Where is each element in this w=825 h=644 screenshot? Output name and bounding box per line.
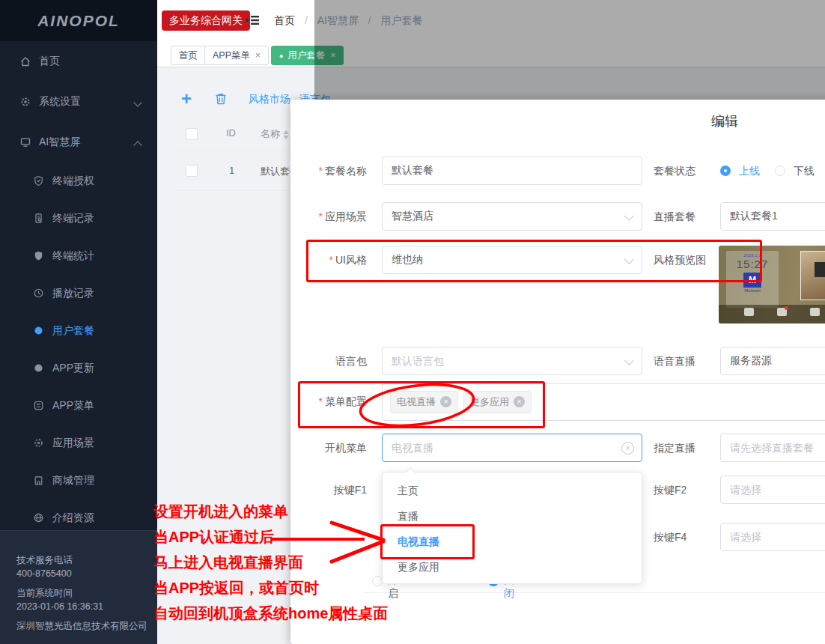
tab-app-menu[interactable]: APP菜单× bbox=[204, 46, 269, 65]
clock-icon bbox=[33, 288, 45, 300]
gear-icon bbox=[19, 96, 31, 108]
menu-config-label: *菜单配置 bbox=[290, 387, 367, 416]
preview-room-photo bbox=[800, 251, 825, 300]
edit-dialog: 编辑 *套餐名称 套餐状态 上线 下线 *应用场景 直播套餐 *UI风格 风格预… bbox=[290, 100, 825, 644]
sidebar-item-label: 播放记录 bbox=[52, 287, 94, 300]
menu-grid-icon bbox=[33, 400, 45, 412]
sidebar-item-terminal-records[interactable]: 终端记录 bbox=[0, 200, 157, 237]
tag-close-icon[interactable]: × bbox=[440, 396, 451, 407]
voice-live-input[interactable] bbox=[720, 347, 825, 375]
preview-app-bar bbox=[719, 305, 825, 323]
tab-home[interactable]: 首页 bbox=[171, 46, 206, 65]
col-name-sorter[interactable]: 名称 bbox=[261, 127, 289, 141]
document-icon bbox=[33, 213, 45, 225]
sidebar-item-ai-screen[interactable]: AI智慧屏 bbox=[0, 122, 157, 162]
sidebar-item-terminal-auth[interactable]: 终端授权 bbox=[0, 162, 157, 200]
clear-icon[interactable]: × bbox=[621, 442, 634, 455]
add-icon[interactable]: + bbox=[181, 90, 192, 108]
sidebar-item-label: 终端统计 bbox=[52, 249, 94, 263]
app-root: AINOPOL 首页 系统设置 AI智慧屏 bbox=[0, 0, 825, 644]
sidebar-item-home[interactable]: 首页 bbox=[0, 41, 157, 82]
active-dot-icon: ● bbox=[279, 52, 283, 60]
support-phone-value: 400-8765400 bbox=[16, 567, 157, 580]
live-package-input[interactable] bbox=[720, 202, 825, 231]
row-checkbox[interactable] bbox=[186, 165, 198, 177]
system-time-label: 当前系统时间 bbox=[16, 586, 157, 600]
sidebar-item-label: AI智慧屏 bbox=[39, 136, 80, 149]
key-f2-select[interactable] bbox=[720, 476, 825, 504]
voice-live-label: 语音直播 bbox=[654, 347, 695, 375]
dialog-title: 编辑 bbox=[290, 112, 825, 130]
style-market-link[interactable]: 风格市场 bbox=[249, 93, 290, 106]
globe-icon bbox=[33, 512, 45, 524]
section-divider bbox=[364, 592, 825, 593]
delete-icon[interactable] bbox=[214, 92, 228, 106]
assigned-live-label: 指定直播 bbox=[654, 434, 695, 462]
gateway-badge: 多业务综合网关 bbox=[162, 10, 250, 31]
key-f1-label: 按键F1 bbox=[290, 476, 367, 504]
boot-menu-dropdown: 主页 直播 电视直播 更多应用 bbox=[382, 472, 642, 584]
sidebar-item-label: APP更新 bbox=[52, 362, 94, 375]
col-id: ID bbox=[226, 127, 236, 139]
boot-menu-placeholder: 电视直播 bbox=[392, 434, 433, 461]
sidebar-item-system-settings[interactable]: 系统设置 bbox=[0, 82, 157, 122]
dropdown-option-live[interactable]: 直播 bbox=[383, 503, 642, 529]
sidebar-item-app-menu[interactable]: APP菜单 bbox=[0, 387, 157, 425]
sidebar-item-app-scene[interactable]: 应用场景 bbox=[0, 425, 157, 462]
assigned-live-input[interactable] bbox=[720, 434, 825, 462]
ui-style-label: *UI风格 bbox=[290, 246, 367, 274]
key-f4-label: 按键F4 bbox=[654, 523, 687, 551]
sort-icon[interactable] bbox=[283, 130, 289, 139]
shield-check-icon bbox=[33, 175, 45, 187]
sidebar-item-terminal-stats[interactable]: 终端统计 bbox=[0, 237, 157, 275]
sidebar-footer: 技术服务电话 400-8765400 当前系统时间 2023-01-06 16:… bbox=[0, 530, 157, 644]
key-f4-select[interactable] bbox=[720, 523, 825, 551]
app-scene-label: *应用场景 bbox=[290, 202, 367, 231]
circle-icon bbox=[33, 362, 45, 374]
chevron-down-icon bbox=[133, 98, 141, 106]
language-pack-label: 语言包 bbox=[290, 347, 367, 375]
radio-offline-label[interactable]: 下线 bbox=[794, 165, 815, 177]
sidebar-item-label: 应用场景 bbox=[52, 437, 94, 450]
sidebar-item-app-update[interactable]: APP更新 bbox=[0, 350, 157, 387]
sidebar-item-play-records[interactable]: 播放记录 bbox=[0, 275, 157, 312]
sidebar-item-label: APP菜单 bbox=[52, 399, 94, 413]
app-scene-select[interactable] bbox=[382, 202, 642, 231]
radio-online-label[interactable]: 上线 bbox=[739, 165, 760, 177]
menu-config-multiselect[interactable]: 电视直播× 更多应用× bbox=[382, 383, 825, 421]
breadcrumb-home[interactable]: 首页 bbox=[274, 14, 295, 26]
breadcrumb-separator: / bbox=[305, 14, 308, 26]
boot-menu-label: 开机菜单 bbox=[290, 434, 367, 462]
close-icon[interactable]: × bbox=[255, 50, 261, 61]
radio-offline[interactable] bbox=[775, 165, 785, 176]
dropdown-option-tv-live[interactable]: 电视直播 bbox=[383, 529, 642, 554]
chevron-up-icon bbox=[133, 141, 141, 149]
radio-option[interactable] bbox=[372, 576, 383, 586]
language-pack-select[interactable] bbox=[382, 347, 642, 375]
boot-menu-select[interactable]: 电视直播 × bbox=[382, 434, 642, 462]
radio-online[interactable] bbox=[720, 165, 731, 176]
sidebar-item-label: 系统设置 bbox=[39, 95, 81, 109]
sidebar-item-mall-manage[interactable]: 商城管理 bbox=[0, 462, 157, 499]
sidebar-item-label: 商城管理 bbox=[52, 474, 94, 487]
shield-icon bbox=[33, 250, 45, 262]
style-preview-label: 风格预览图 bbox=[654, 246, 706, 274]
key-f2-label: 按键F2 bbox=[654, 476, 687, 504]
cell-id: 1 bbox=[229, 165, 234, 176]
dropdown-option-more-apps[interactable]: 更多应用 bbox=[383, 554, 642, 580]
sidebar-item-user-package[interactable]: 用户套餐 bbox=[0, 312, 157, 350]
sidebar-submenu: 终端授权 终端记录 终端统计 播放记录 bbox=[0, 162, 157, 537]
ui-style-select[interactable] bbox=[382, 246, 642, 274]
tag-close-icon[interactable]: × bbox=[514, 396, 525, 407]
select-all-checkbox[interactable] bbox=[186, 128, 198, 140]
package-name-input[interactable] bbox=[382, 157, 642, 185]
atom-icon bbox=[33, 437, 45, 449]
company-name: 深圳智慧光迅信息技术有限公司 bbox=[16, 619, 157, 633]
app-logo: AINOPOL bbox=[0, 0, 157, 41]
dropdown-option-home[interactable]: 主页 bbox=[383, 478, 642, 503]
system-time-value: 2023-01-06 16:36:31 bbox=[16, 600, 157, 613]
sidebar-nav: 首页 系统设置 AI智慧屏 终端授权 bbox=[0, 41, 157, 537]
tag-tv-live: 电视直播× bbox=[390, 391, 458, 413]
style-preview-image: 2023.1.1 15:27 M Mohotel bbox=[719, 246, 825, 323]
sidebar-collapse-icon[interactable] bbox=[246, 13, 261, 28]
